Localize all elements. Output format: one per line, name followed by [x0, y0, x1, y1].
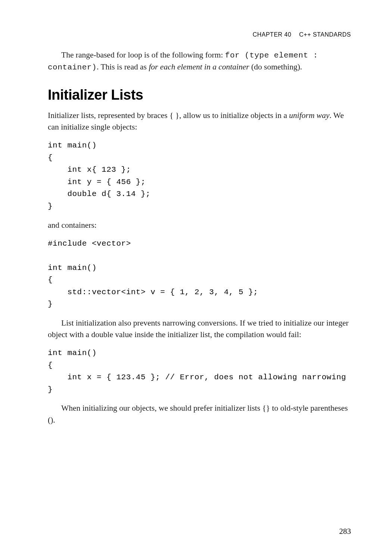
- intro-italic: for each element in a container: [149, 62, 249, 71]
- chapter-label: CHAPTER 40: [253, 31, 292, 38]
- intro-lead: The range-based for loop is of the follo…: [61, 50, 225, 59]
- page-header: CHAPTER 40 C++ STANDARDS: [48, 31, 351, 38]
- para-3: When initializing our objects, we should…: [48, 402, 351, 426]
- section-para-1: Initializer lists, represented by braces…: [48, 110, 351, 133]
- p1-italic: uniform way: [289, 111, 329, 120]
- intro-paragraph: The range-based for loop is of the follo…: [48, 49, 351, 74]
- page-number: 283: [339, 527, 351, 536]
- page: CHAPTER 40 C++ STANDARDS The range-based…: [0, 0, 392, 560]
- section-heading: Initializer Lists: [48, 87, 351, 103]
- p1-a: Initializer lists, represented by braces…: [48, 111, 289, 120]
- chapter-title: C++ STANDARDS: [299, 31, 351, 38]
- intro-after2: (do something).: [249, 62, 302, 71]
- mid-para-1: and containers:: [48, 220, 351, 231]
- code-block-1: int main() { int x{ 123 }; int y = { 456…: [48, 140, 351, 212]
- code-block-2: #include <vector> int main() { std::vect…: [48, 238, 351, 311]
- para-2: List initialization also prevents narrow…: [48, 317, 351, 340]
- code-block-3: int main() { int x = { 123.45 }; // Erro…: [48, 347, 351, 396]
- intro-after1: . This is read as: [97, 62, 149, 71]
